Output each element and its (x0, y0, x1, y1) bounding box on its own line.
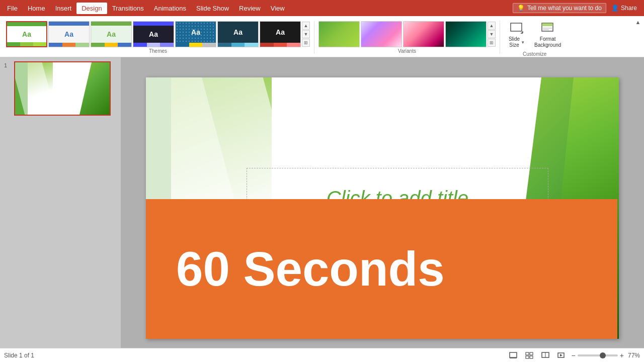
banner-text: 60 Seconds (176, 241, 445, 297)
variant-2[interactable] (361, 21, 402, 47)
slide-thumbnail[interactable] (14, 61, 111, 116)
slide-canvas[interactable]: Click to add title subtitle 60 Seconds (146, 77, 619, 339)
slide-size-button[interactable]: Slide Size ▼ (504, 18, 529, 50)
theme-2[interactable]: Aa (48, 21, 90, 47)
svg-rect-13 (530, 356, 533, 358)
status-bar-right: − + 77% (507, 351, 640, 360)
zoom-slider[interactable]: − + (572, 351, 624, 359)
slide-size-dropdown-icon: ▼ (521, 40, 525, 45)
menu-slideshow[interactable]: Slide Show (191, 3, 234, 14)
menu-transitions[interactable]: Transitions (107, 3, 149, 14)
variants-scroll: ▲ ▼ ⊞ (488, 22, 496, 47)
zoom-track[interactable] (578, 354, 618, 356)
svg-rect-11 (530, 352, 533, 355)
themes-list: Aa Aa (6, 21, 310, 47)
zoom-level[interactable]: 77% (628, 352, 640, 359)
share-label: Share (621, 5, 637, 12)
main-area: 1 (0, 57, 644, 359)
customize-buttons: Slide Size ▼ Format Background (504, 18, 565, 50)
theme-3[interactable]: Aa (91, 21, 132, 47)
variant-1[interactable] (318, 21, 360, 47)
customize-section: Slide Size ▼ Format Background (500, 18, 569, 57)
theme-1[interactable]: Aa (6, 21, 47, 47)
menu-home[interactable]: Home (23, 3, 50, 14)
normal-view-icon[interactable] (507, 351, 519, 360)
menu-view[interactable]: View (266, 3, 290, 14)
slide-sorter-icon[interactable] (523, 351, 535, 360)
customize-label: Customize (523, 51, 546, 57)
variants-scroll-up[interactable]: ▲ (488, 22, 496, 30)
svg-rect-5 (542, 23, 553, 26)
themes-scroll-more[interactable]: ⊞ (302, 39, 310, 47)
share-button[interactable]: 👤 Share (606, 4, 642, 13)
slide-info: Slide 1 of 1 (4, 352, 34, 359)
canvas-area: Click to add title subtitle 60 Seconds (121, 57, 644, 359)
ribbon: Aa Aa (0, 16, 644, 57)
themes-scroll: ▲ ▼ ⊞ (302, 22, 310, 47)
themes-scroll-up[interactable]: ▲ (302, 22, 310, 30)
svg-marker-17 (560, 354, 562, 356)
svg-rect-8 (510, 352, 517, 357)
variant-3[interactable] (403, 21, 444, 47)
ribbon-collapse-button[interactable]: ▲ (634, 18, 642, 26)
menu-bar: File Home Insert Design Transitions Anim… (0, 0, 644, 16)
reading-view-icon[interactable] (539, 351, 551, 360)
search-icon: 💡 (517, 5, 525, 12)
themes-scroll-down[interactable]: ▼ (302, 30, 310, 38)
slide-size-label: Slide Size (509, 36, 520, 48)
thumb-green-right (79, 62, 110, 115)
variants-section: ▲ ▼ ⊞ Variants (314, 21, 500, 54)
theme-4[interactable]: Aa (133, 21, 174, 47)
zoom-minus-icon[interactable]: − (572, 351, 576, 359)
zoom-thumb[interactable] (600, 352, 606, 358)
svg-rect-12 (526, 356, 529, 358)
theme-6[interactable]: Aa (217, 21, 259, 47)
user-icon: 👤 (611, 5, 619, 12)
slide-number: 1 (4, 62, 11, 68)
format-background-button[interactable]: Format Background (530, 18, 565, 50)
format-background-label: Format Background (534, 36, 561, 48)
theme-5[interactable]: Aa (175, 21, 216, 47)
slide-panel: 1 (0, 57, 121, 359)
variant-4[interactable] (445, 21, 487, 47)
menu-file[interactable]: File (2, 3, 23, 14)
menu-insert[interactable]: Insert (50, 3, 77, 14)
themes-label: Themes (149, 48, 167, 54)
zoom-plus-icon[interactable]: + (620, 351, 624, 359)
format-background-icon (540, 20, 556, 36)
svg-rect-0 (511, 23, 522, 31)
variants-scroll-down[interactable]: ▼ (488, 30, 496, 38)
theme-7[interactable]: Aa (260, 21, 301, 47)
menu-review[interactable]: Review (234, 3, 266, 14)
themes-section: Aa Aa (2, 21, 314, 54)
variants-scroll-more[interactable]: ⊞ (488, 39, 496, 47)
slide-item-1: 1 (4, 61, 117, 116)
menu-design[interactable]: Design (76, 3, 107, 14)
ribbon-row: Aa Aa (0, 16, 644, 57)
orange-banner: 60 Seconds (146, 199, 617, 339)
variants-list: ▲ ▼ ⊞ (318, 21, 496, 47)
svg-rect-10 (526, 352, 529, 355)
search-text: Tell me what you want to do (527, 5, 602, 12)
slide-size-icon (509, 20, 525, 36)
slide-thumb-bg (15, 62, 110, 115)
menu-animations[interactable]: Animations (149, 3, 191, 14)
slideshow-icon[interactable] (555, 351, 568, 360)
search-box[interactable]: 💡 Tell me what you want to do (513, 3, 606, 13)
status-bar: Slide 1 of 1 (0, 348, 644, 362)
variants-label: Variants (398, 48, 416, 54)
